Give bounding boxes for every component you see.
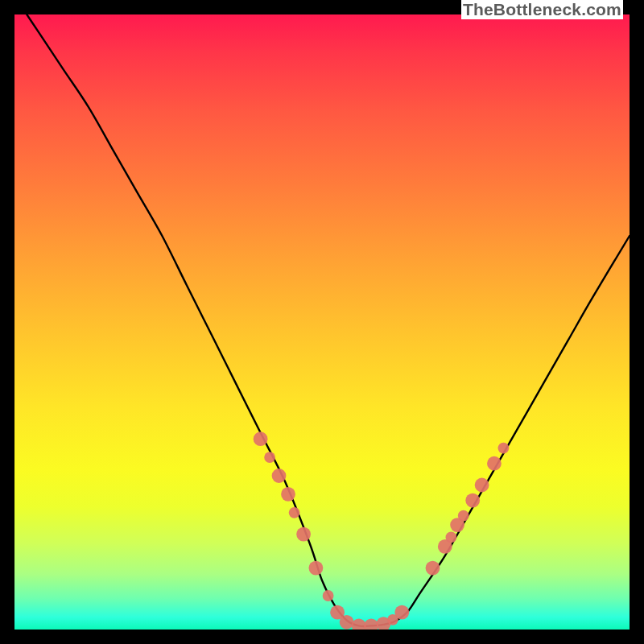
chart-frame: TheBottleneck.com — [0, 0, 644, 644]
watermark-label: TheBottleneck.com — [461, 0, 623, 19]
chart-gradient-background — [14, 14, 630, 630]
